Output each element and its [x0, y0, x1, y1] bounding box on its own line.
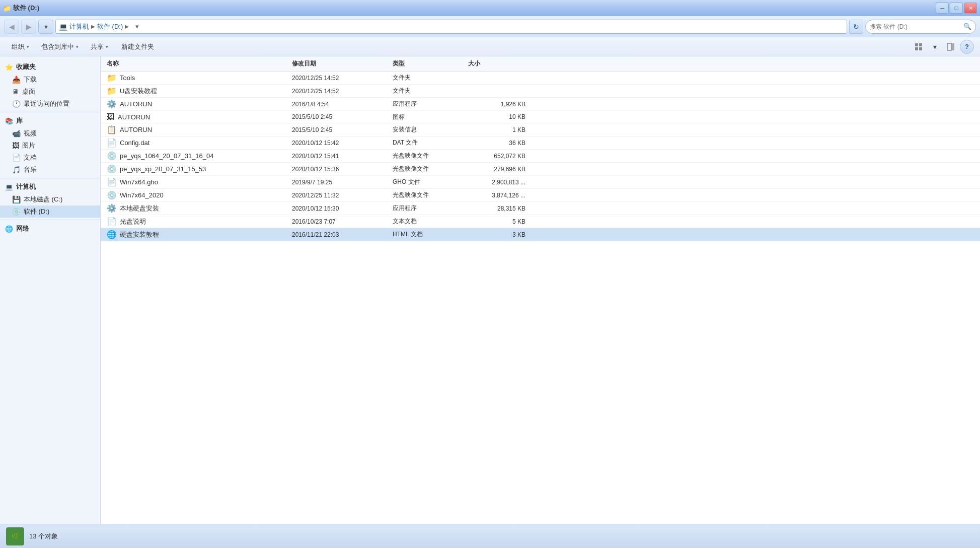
breadcrumb-computer[interactable]: 计算机	[69, 22, 89, 31]
sidebar-item-music[interactable]: 🎵 音乐	[0, 164, 100, 176]
view-icon	[915, 43, 923, 51]
toolbar: 组织 ▾ 包含到库中 ▾ 共享 ▾ 新建文件夹 ▾ ?	[0, 37, 980, 56]
recent-icon: 🕐	[12, 100, 21, 108]
file-date: 2015/5/10 2:45	[292, 113, 393, 120]
forward-button[interactable]: ▶	[21, 20, 36, 34]
file-size: 5 KB	[468, 218, 534, 225]
sidebar-network-header[interactable]: 🌐 网络	[0, 222, 100, 235]
file-type: 光盘映像文件	[393, 165, 468, 173]
window-icon: 📁	[3, 5, 11, 12]
computer-icon: 💻	[59, 23, 67, 31]
organize-button[interactable]: 组织 ▾	[6, 40, 35, 54]
share-arrow-icon: ▾	[106, 44, 108, 49]
close-button[interactable]: ✕	[964, 3, 977, 14]
column-date[interactable]: 修改日期	[292, 59, 393, 68]
file-size: 1,926 KB	[468, 101, 534, 108]
sidebar-item-recent[interactable]: 🕐 最近访问的位置	[0, 98, 100, 110]
file-icon: 📁	[107, 73, 117, 83]
svg-rect-5	[952, 43, 954, 50]
refresh-button[interactable]: ↻	[849, 20, 863, 34]
include-library-button[interactable]: 包含到库中 ▾	[36, 40, 84, 54]
sidebar-computer-header[interactable]: 💻 计算机	[0, 180, 100, 193]
file-size: 2,900,813 ...	[468, 179, 534, 186]
address-dropdown-button[interactable]: ▾	[132, 22, 142, 32]
file-type: 光盘映像文件	[393, 152, 468, 160]
file-name: Config.dat	[120, 139, 149, 147]
preview-pane-button[interactable]	[944, 40, 958, 54]
file-type: DAT 文件	[393, 139, 468, 147]
sidebar: ⭐ 收藏夹 📥 下载 🖥 桌面 🕐 最近访问的位置 📚 库	[0, 56, 101, 524]
sidebar-item-documents[interactable]: 📄 文档	[0, 152, 100, 164]
file-size: 3 KB	[468, 231, 534, 238]
table-row[interactable]: 💿 Win7x64_2020 2020/12/25 11:32 光盘映像文件 3…	[101, 189, 980, 202]
file-size: 279,696 KB	[468, 166, 534, 173]
table-row[interactable]: 🖼 AUTORUN 2015/5/10 2:45 图标 10 KB	[101, 111, 980, 123]
status-text: 13 个对象	[29, 532, 58, 541]
back-button[interactable]: ◀	[4, 20, 19, 34]
table-row[interactable]: 📋 AUTORUN 2015/5/10 2:45 安装信息 1 KB	[101, 123, 980, 136]
sidebar-item-desktop[interactable]: 🖥 桌面	[0, 86, 100, 98]
toolbar-right: ▾ ?	[912, 40, 974, 54]
view-dropdown-button[interactable]: ▾	[928, 40, 942, 54]
column-name[interactable]: 名称	[101, 59, 292, 68]
sidebar-item-video[interactable]: 📹 视频	[0, 127, 100, 140]
sidebar-computer-section: 💻 计算机 💾 本地磁盘 (C:) 💿 软件 (D:)	[0, 180, 100, 218]
svg-rect-2	[915, 47, 918, 50]
breadcrumb-drive[interactable]: 软件 (D:)	[97, 22, 123, 31]
file-icon: 🖼	[107, 112, 115, 121]
table-row[interactable]: 🌐 硬盘安装教程 2016/11/21 22:03 HTML 文档 3 KB	[101, 228, 980, 241]
file-icon: 📄	[107, 217, 117, 226]
sidebar-library-section: 📚 库 📹 视频 🖼 图片 📄 文档 🎵 音乐	[0, 114, 100, 176]
search-bar: 🔍	[865, 20, 976, 34]
file-type: 文本文档	[393, 217, 468, 226]
table-row[interactable]: 📄 Win7x64.gho 2019/9/7 19:25 GHO 文件 2,90…	[101, 176, 980, 189]
file-date: 2020/12/25 14:52	[292, 75, 393, 82]
table-row[interactable]: 📁 Tools 2020/12/25 14:52 文件夹	[101, 72, 980, 85]
recent-locations-button[interactable]: ▾	[38, 20, 53, 34]
table-row[interactable]: ⚙️ AUTORUN 2016/1/8 4:54 应用程序 1,926 KB	[101, 98, 980, 111]
search-icon: 🔍	[963, 23, 971, 30]
sidebar-divider-1	[0, 112, 100, 112]
sidebar-favorites-header[interactable]: ⭐ 收藏夹	[0, 60, 100, 74]
file-size: 28,315 KB	[468, 205, 534, 212]
file-name: Tools	[120, 74, 135, 82]
svg-rect-0	[915, 43, 918, 46]
table-row[interactable]: 📄 Config.dat 2020/10/12 15:42 DAT 文件 36 …	[101, 136, 980, 150]
video-icon: 📹	[12, 129, 21, 138]
file-date: 2020/12/25 14:52	[292, 88, 393, 95]
network-icon: 🌐	[5, 225, 13, 233]
titlebar-controls: ─ □ ✕	[936, 3, 977, 14]
file-name: 硬盘安装教程	[120, 230, 159, 239]
file-size: 10 KB	[468, 113, 534, 120]
table-row[interactable]: 💿 pe_yqs_xp_20_07_31_15_53 2020/10/12 15…	[101, 163, 980, 176]
column-type[interactable]: 类型	[393, 59, 468, 68]
navbar: ◀ ▶ ▾ 💻 计算机 ▶ 软件 (D:) ▶ ▾ ↻ 🔍	[0, 16, 980, 37]
file-size: 36 KB	[468, 140, 534, 147]
table-row[interactable]: 📄 光盘说明 2016/10/23 7:07 文本文档 5 KB	[101, 215, 980, 228]
column-size[interactable]: 大小	[468, 59, 534, 68]
file-name-cell: 📄 光盘说明	[101, 217, 292, 226]
new-folder-button[interactable]: 新建文件夹	[115, 40, 161, 54]
sidebar-item-download[interactable]: 📥 下载	[0, 74, 100, 86]
file-type: 应用程序	[393, 100, 468, 108]
table-row[interactable]: ⚙️ 本地硬盘安装 2020/10/12 15:30 应用程序 28,315 K…	[101, 202, 980, 215]
file-name: Win7x64.gho	[120, 178, 158, 186]
file-date: 2020/10/12 15:42	[292, 140, 393, 147]
titlebar: 📁 软件 (D:) ─ □ ✕	[0, 0, 980, 16]
file-icon: ⚙️	[107, 203, 117, 213]
maximize-button[interactable]: □	[950, 3, 963, 14]
sidebar-item-d-drive[interactable]: 💿 软件 (D:)	[0, 206, 100, 218]
titlebar-title: 📁 软件 (D:)	[3, 4, 39, 13]
minimize-button[interactable]: ─	[936, 3, 949, 14]
sidebar-item-c-drive[interactable]: 💾 本地磁盘 (C:)	[0, 193, 100, 206]
sidebar-library-header[interactable]: 📚 库	[0, 114, 100, 127]
sidebar-item-pictures[interactable]: 🖼 图片	[0, 140, 100, 152]
table-row[interactable]: 📁 U盘安装教程 2020/12/25 14:52 文件夹	[101, 85, 980, 98]
share-button[interactable]: 共享 ▾	[85, 40, 114, 54]
file-icon: 🌐	[107, 230, 117, 239]
pictures-icon: 🖼	[12, 142, 19, 150]
help-button[interactable]: ?	[960, 40, 974, 54]
view-options-button[interactable]	[912, 40, 926, 54]
table-row[interactable]: 💿 pe_yqs_1064_20_07_31_16_04 2020/10/12 …	[101, 150, 980, 163]
search-input[interactable]	[870, 23, 961, 30]
